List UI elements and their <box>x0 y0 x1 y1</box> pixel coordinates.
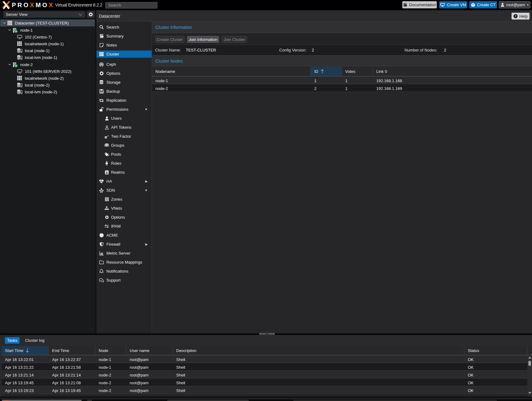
svg-text:?: ? <box>515 14 516 18</box>
